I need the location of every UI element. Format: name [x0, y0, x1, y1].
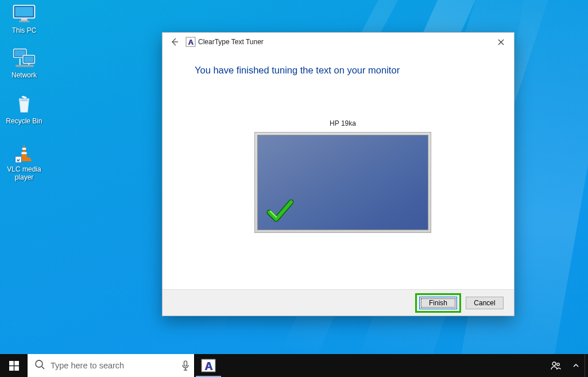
desktop: This PC Network Recycle Bin: [0, 0, 588, 377]
desktop-icon-network[interactable]: Network: [2, 47, 46, 79]
desktop-icon-label: Network: [11, 71, 37, 79]
finish-button[interactable]: Finish: [419, 297, 457, 309]
cleartype-app-icon: A A: [185, 37, 196, 47]
desktop-icon-label: VLC media player: [2, 165, 46, 182]
monitor-preview-frame: [254, 132, 431, 233]
desktop-icon-this-pc[interactable]: This PC: [2, 2, 46, 34]
svg-rect-2: [21, 18, 28, 21]
svg-rect-23: [184, 361, 187, 366]
tray-overflow-chevron[interactable]: [567, 354, 585, 377]
svg-line-22: [42, 367, 44, 369]
svg-rect-1: [15, 7, 33, 17]
svg-rect-18: [14, 361, 19, 366]
svg-point-29: [552, 362, 556, 366]
dialog-title: ClearType Text Tuner: [198, 38, 264, 46]
dialog-footer: Finish Cancel: [163, 289, 514, 316]
search-placeholder: Type here to search: [51, 361, 176, 370]
svg-rect-7: [24, 56, 34, 62]
svg-rect-3: [19, 21, 29, 22]
svg-text:A: A: [205, 360, 213, 372]
cleartype-dialog: A A ClearType Text Tuner You have finish…: [162, 32, 514, 316]
svg-text:A: A: [188, 38, 194, 46]
taskbar-search[interactable]: Type here to search: [28, 354, 194, 377]
svg-rect-12: [22, 152, 27, 154]
show-desktop-button[interactable]: [585, 354, 588, 377]
svg-rect-20: [14, 366, 19, 371]
network-icon: [10, 47, 38, 70]
shortcut-arrow-icon: [15, 156, 22, 163]
chevron-up-icon: [572, 362, 579, 369]
search-icon: [34, 359, 45, 372]
svg-point-30: [557, 363, 559, 366]
recycle-bin-icon: [10, 93, 38, 116]
close-button[interactable]: [488, 33, 514, 50]
monitor-icon: [10, 2, 38, 25]
vlc-cone-icon: [10, 141, 38, 164]
svg-rect-17: [9, 361, 14, 366]
windows-logo-icon: [9, 361, 19, 371]
svg-rect-11: [22, 148, 26, 150]
svg-rect-8: [16, 65, 33, 67]
dialog-titlebar: A A ClearType Text Tuner: [163, 33, 514, 51]
svg-point-21: [36, 360, 42, 367]
dialog-heading: You have finished tuning the text on you…: [195, 65, 491, 76]
tutorial-highlight: Finish: [415, 293, 461, 313]
microphone-icon[interactable]: [181, 360, 189, 371]
start-button[interactable]: [0, 354, 28, 377]
taskbar: Type here to search A A: [0, 354, 588, 377]
monitor-name-label: HP 19ka: [330, 119, 356, 127]
desktop-icon-recycle-bin[interactable]: Recycle Bin: [2, 93, 46, 125]
desktop-icon-label: This PC: [12, 26, 37, 34]
checkmark-icon: [266, 199, 295, 224]
desktop-icon-label: Recycle Bin: [6, 117, 42, 125]
cleartype-app-icon: A A: [201, 358, 216, 373]
monitor-preview-screen: [257, 135, 428, 230]
desktop-icon-vlc[interactable]: VLC media player: [2, 141, 46, 182]
system-tray: [544, 354, 588, 377]
taskbar-app-cleartype[interactable]: A A: [195, 354, 222, 377]
dialog-body: You have finished tuning the text on you…: [163, 51, 514, 289]
svg-rect-19: [9, 366, 14, 371]
cancel-button[interactable]: Cancel: [466, 297, 504, 309]
tray-people-icon[interactable]: [544, 354, 567, 377]
back-button[interactable]: [166, 34, 183, 50]
